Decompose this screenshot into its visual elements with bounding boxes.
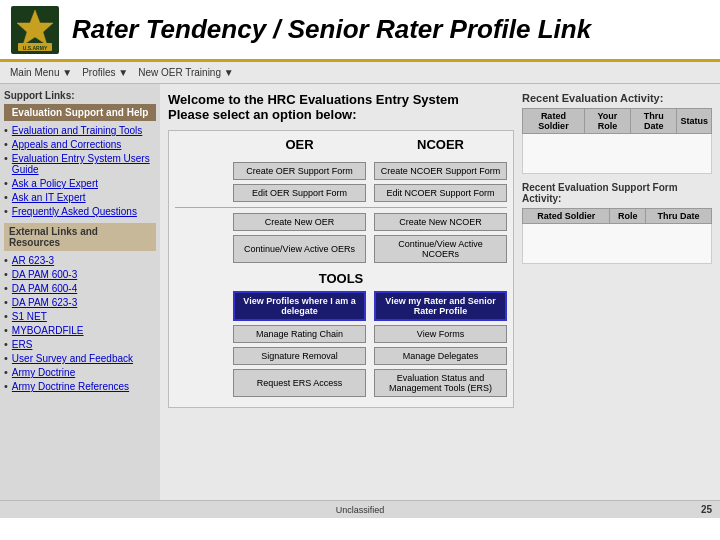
sidebar-item-s1net[interactable]: S1 NET <box>4 310 156 323</box>
continue-ncoer-button[interactable]: Continue/View Active NCOERs <box>374 235 507 263</box>
edit-ncoer-support-button[interactable]: Edit NCOER Support Form <box>374 184 507 202</box>
entry-system-link[interactable]: Evaluation Entry System Users Guide <box>10 152 156 176</box>
sidebar-item-myboard[interactable]: MYBOARDFILE <box>4 324 156 337</box>
eval-training-link[interactable]: Evaluation and Training Tools <box>10 124 144 137</box>
create-support-row: Create OER Support Form Create NCOER Sup… <box>175 162 507 180</box>
sidebar-item-policy[interactable]: Ask a Policy Expert <box>4 177 156 190</box>
support-form-title: Recent Evaluation Support Form Activity: <box>522 182 712 204</box>
view-rater-profile-button[interactable]: View my Rater and Senior Rater Profile <box>374 291 507 321</box>
sidebar-item-pam623[interactable]: DA PAM 623-3 <box>4 296 156 309</box>
sidebar-item-pam600-3[interactable]: DA PAM 600-3 <box>4 268 156 281</box>
ers-link[interactable]: ERS <box>10 338 35 351</box>
tools-section: OER NCOER Create OER Support Form Create… <box>168 130 514 408</box>
right-panel: Recent Evaluation Activity: Rated Soldie… <box>522 92 712 492</box>
eval-status-button[interactable]: Evaluation Status and Management Tools (… <box>374 369 507 397</box>
footer-label: Unclassified <box>336 505 385 515</box>
appeals-link[interactable]: Appeals and Corrections <box>10 138 124 151</box>
myboard-link[interactable]: MYBOARDFILE <box>10 324 86 337</box>
footer-page: 25 <box>701 504 712 515</box>
recent-eval-table: Rated Soldier Your Role Thru Date Status <box>522 108 712 174</box>
create-new-oer-button[interactable]: Create New OER <box>233 213 366 231</box>
footer: Unclassified 25 <box>0 500 720 518</box>
pam600-3-link[interactable]: DA PAM 600-3 <box>10 268 79 281</box>
rating-chain-row: Manage Rating Chain View Forms <box>175 325 507 343</box>
sidebar-item-faq[interactable]: Frequently Asked Questions <box>4 205 156 218</box>
signature-row: Signature Removal Manage Delegates <box>175 347 507 365</box>
content-area: Welcome to the HRC Evaluations Entry Sys… <box>160 84 720 500</box>
sidebar-item-survey[interactable]: User Survey and Feedback <box>4 352 156 365</box>
support-col-rated-soldier: Rated Soldier <box>523 209 610 224</box>
signature-removal-button[interactable]: Signature Removal <box>233 347 366 365</box>
support-col-thru-date: Thru Date <box>646 209 712 224</box>
sidebar-item-ers[interactable]: ERS <box>4 338 156 351</box>
col-your-role: Your Role <box>584 109 630 134</box>
main-layout: Support Links: Evaluation Support and He… <box>0 84 720 500</box>
survey-link[interactable]: User Survey and Feedback <box>10 352 135 365</box>
support-form-table: Rated Soldier Role Thru Date <box>522 208 712 264</box>
oer-column-header: OER <box>233 137 366 152</box>
ncoer-column-header: NCOER <box>374 137 507 152</box>
create-new-row: Create New OER Create New NCOER <box>175 213 507 231</box>
policy-link[interactable]: Ask a Policy Expert <box>10 177 100 190</box>
nav-profiles[interactable]: Profiles ▼ <box>78 66 132 79</box>
col-rated-soldier: Rated Soldier <box>523 109 585 134</box>
continue-oer-button[interactable]: Continue/View Active OERs <box>233 235 366 263</box>
col-status: Status <box>677 109 712 134</box>
view-forms-button[interactable]: View Forms <box>374 325 507 343</box>
s1net-link[interactable]: S1 NET <box>10 310 49 323</box>
sidebar-item-pam600-4[interactable]: DA PAM 600-4 <box>4 282 156 295</box>
manage-delegates-button[interactable]: Manage Delegates <box>374 347 507 365</box>
continue-row: Continue/View Active OERs Continue/View … <box>175 235 507 263</box>
edit-oer-support-button[interactable]: Edit OER Support Form <box>233 184 366 202</box>
army-logo: U.S.ARMY <box>10 5 60 55</box>
recent-eval-title: Recent Evaluation Activity: <box>522 92 712 104</box>
support-col-role: Role <box>610 209 646 224</box>
pam600-4-link[interactable]: DA PAM 600-4 <box>10 282 79 295</box>
col-thru-date: Thru Date <box>631 109 677 134</box>
welcome-text: Welcome to the HRC Evaluations Entry Sys… <box>168 92 514 122</box>
sidebar-item-appeals[interactable]: Appeals and Corrections <box>4 138 156 151</box>
external-links-box: External Links and Resources <box>4 223 156 251</box>
sidebar-item-doctrine[interactable]: Army Doctrine <box>4 366 156 379</box>
eval-support-box: Evaluation Support and Help <box>4 104 156 121</box>
main-content: Welcome to the HRC Evaluations Entry Sys… <box>168 92 514 492</box>
nav-new-oer[interactable]: New OER Training ▼ <box>134 66 237 79</box>
doctrine-link[interactable]: Army Doctrine <box>10 366 77 379</box>
sidebar-item-ar623[interactable]: AR 623-3 <box>4 254 156 267</box>
profiles-row: View Profiles where I am a delegate View… <box>175 291 507 321</box>
ar623-link[interactable]: AR 623-3 <box>10 254 56 267</box>
pam623-link[interactable]: DA PAM 623-3 <box>10 296 79 309</box>
tools-label: TOOLS <box>175 271 507 286</box>
faq-link[interactable]: Frequently Asked Questions <box>10 205 139 218</box>
svg-text:U.S.ARMY: U.S.ARMY <box>23 45 48 51</box>
nav-main-menu[interactable]: Main Menu ▼ <box>6 66 76 79</box>
page-title: Rater Tendency / Senior Rater Profile Li… <box>72 14 591 45</box>
recent-eval-empty-row <box>523 134 712 174</box>
sidebar-item-it[interactable]: Ask an IT Expert <box>4 191 156 204</box>
create-new-ncoer-button[interactable]: Create New NCOER <box>374 213 507 231</box>
edit-support-row: Edit OER Support Form Edit NCOER Support… <box>175 184 507 202</box>
create-ncoer-support-button[interactable]: Create NCOER Support Form <box>374 162 507 180</box>
ers-row: Request ERS Access Evaluation Status and… <box>175 369 507 397</box>
sidebar-item-doctrine-ref[interactable]: Army Doctrine References <box>4 380 156 393</box>
support-links-title: Support Links: <box>4 90 156 101</box>
navbar: Main Menu ▼ Profiles ▼ New OER Training … <box>0 62 720 84</box>
support-form-empty-row <box>523 224 712 264</box>
request-ers-button[interactable]: Request ERS Access <box>233 369 366 397</box>
manage-rating-chain-button[interactable]: Manage Rating Chain <box>233 325 366 343</box>
sidebar: Support Links: Evaluation Support and He… <box>0 84 160 500</box>
column-headers: OER NCOER <box>175 137 507 156</box>
doctrine-ref-link[interactable]: Army Doctrine References <box>10 380 131 393</box>
sidebar-item-entry-system[interactable]: Evaluation Entry System Users Guide <box>4 152 156 176</box>
sidebar-item-eval-training[interactable]: Evaluation and Training Tools <box>4 124 156 137</box>
it-link[interactable]: Ask an IT Expert <box>10 191 88 204</box>
header: U.S.ARMY Rater Tendency / Senior Rater P… <box>0 0 720 62</box>
view-profiles-delegate-button[interactable]: View Profiles where I am a delegate <box>233 291 366 321</box>
create-oer-support-button[interactable]: Create OER Support Form <box>233 162 366 180</box>
